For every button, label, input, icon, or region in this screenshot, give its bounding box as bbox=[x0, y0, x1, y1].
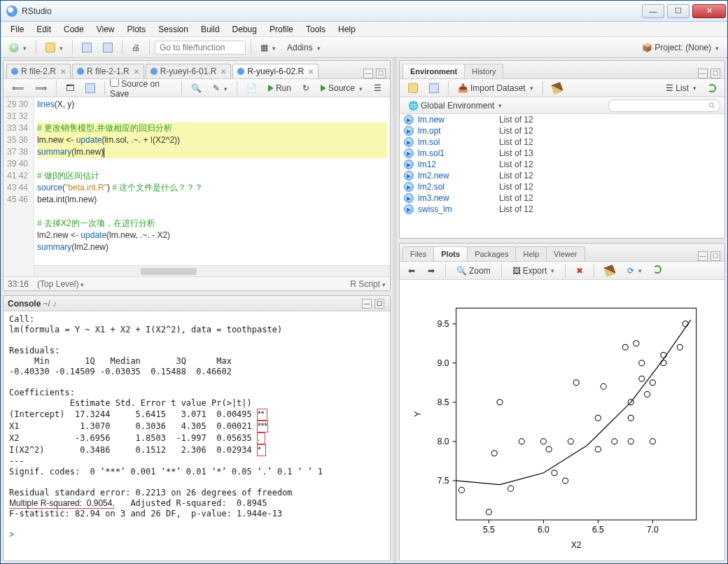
env-item[interactable]: ▶lm.sol1List of 13 bbox=[400, 148, 724, 159]
menu-edit[interactable]: Edit bbox=[31, 23, 57, 36]
env-item[interactable]: ▶lm3.newList of 12 bbox=[400, 192, 724, 204]
svg-text:7.5: 7.5 bbox=[438, 476, 449, 486]
environment-scope-bar: 🌐 Global Environment bbox=[400, 97, 724, 114]
refresh-env-button[interactable] bbox=[704, 82, 720, 94]
tab-history[interactable]: History bbox=[464, 64, 503, 78]
goto-file-input[interactable] bbox=[155, 41, 246, 55]
svg-point-26 bbox=[519, 439, 524, 444]
minimize-env-icon[interactable]: — bbox=[698, 69, 708, 78]
save-workspace-button[interactable] bbox=[425, 81, 443, 95]
open-file-button[interactable] bbox=[41, 41, 67, 55]
env-filter-input[interactable] bbox=[608, 99, 720, 112]
close-tab-icon[interactable]: ✕ bbox=[134, 68, 139, 76]
data-icon: ▶ bbox=[404, 126, 414, 136]
menu-tools[interactable]: Tools bbox=[300, 23, 331, 36]
svg-text:5.5: 5.5 bbox=[483, 525, 495, 535]
tab-files[interactable]: Files bbox=[402, 246, 434, 261]
env-item[interactable]: ▶lm2.newList of 12 bbox=[400, 170, 724, 181]
project-menu[interactable]: 📦 Project: (None) bbox=[638, 41, 723, 55]
compile-report-button[interactable]: 📄 bbox=[242, 81, 261, 95]
console-output[interactable]: Call: lm(formula = Y ~ X1 + X2 + I(X2^2)… bbox=[4, 311, 390, 561]
load-workspace-button[interactable] bbox=[404, 81, 422, 95]
clear-plots-button[interactable] bbox=[601, 264, 619, 278]
workspace-panes-button[interactable]: ▦ bbox=[256, 41, 280, 55]
source-tab[interactable]: R file-2.R✕ bbox=[6, 64, 71, 78]
tab-environment[interactable]: Environment bbox=[402, 64, 465, 78]
save-all-button[interactable] bbox=[99, 41, 117, 55]
env-item[interactable]: ▶lm2.solList of 12 bbox=[400, 181, 724, 192]
menu-debug[interactable]: Debug bbox=[227, 23, 262, 36]
env-item[interactable]: ▶lm12List of 12 bbox=[400, 159, 724, 170]
minimize-plots-icon[interactable]: — bbox=[698, 251, 708, 261]
menu-view[interactable]: View bbox=[91, 23, 120, 36]
filetype-selector[interactable]: R Script bbox=[350, 279, 386, 289]
env-scope-selector[interactable]: 🌐 Global Environment bbox=[404, 99, 506, 113]
save-button[interactable] bbox=[78, 41, 96, 55]
print-button[interactable]: 🖨 bbox=[127, 41, 144, 55]
scope-selector[interactable]: (Top Level) bbox=[37, 279, 84, 289]
tab-plots[interactable]: Plots bbox=[433, 246, 468, 261]
source-on-save-checkbox[interactable]: Source on Save bbox=[110, 78, 176, 99]
svg-text:7.0: 7.0 bbox=[647, 525, 659, 535]
back-button[interactable]: ⟸ bbox=[8, 81, 28, 95]
env-item[interactable]: ▶lm.newList of 12 bbox=[400, 114, 724, 125]
console-path: ~/ bbox=[43, 299, 50, 309]
zoom-button[interactable]: 🔍 Zoom bbox=[452, 264, 495, 278]
prev-plot-button[interactable]: ⬅ bbox=[404, 264, 419, 278]
remove-plot-button[interactable]: ✖ bbox=[572, 264, 587, 278]
env-item[interactable]: ▶lm.optList of 12 bbox=[400, 125, 724, 136]
find-button[interactable]: 🔍 bbox=[187, 81, 206, 95]
env-item[interactable]: ▶lm.solList of 12 bbox=[400, 136, 724, 148]
close-tab-icon[interactable]: ✕ bbox=[220, 68, 226, 76]
source-tab[interactable]: R file-2-1.R✕ bbox=[72, 64, 144, 78]
import-dataset-button[interactable]: 📥 Import Dataset bbox=[454, 81, 538, 95]
menu-profile[interactable]: Profile bbox=[264, 23, 299, 36]
close-tab-icon[interactable]: ✕ bbox=[308, 68, 314, 76]
next-plot-button[interactable]: ➡ bbox=[424, 264, 439, 278]
svg-point-32 bbox=[573, 380, 579, 386]
export-button[interactable]: 🖼 Export bbox=[508, 264, 559, 278]
menu-code[interactable]: Code bbox=[58, 23, 90, 36]
code-editor[interactable]: 29 30 31 32 33 34 35 36 37 38 39 40 41 4… bbox=[4, 97, 390, 276]
menu-plots[interactable]: Plots bbox=[122, 23, 152, 36]
source-button[interactable]: Source bbox=[316, 81, 367, 95]
close-button[interactable]: ✕ bbox=[692, 4, 726, 18]
menu-build[interactable]: Build bbox=[195, 23, 225, 36]
maximize-env-icon[interactable]: ☐ bbox=[710, 69, 720, 78]
minimize-console-icon[interactable]: — bbox=[362, 299, 372, 309]
maximize-plots-icon[interactable]: ☐ bbox=[710, 251, 720, 261]
refresh-plot-button[interactable] bbox=[649, 263, 666, 276]
outline-button[interactable]: ☰ bbox=[370, 81, 386, 95]
menu-file[interactable]: File bbox=[5, 23, 29, 36]
minimize-pane-icon[interactable]: — bbox=[363, 69, 373, 78]
source-tab[interactable]: R-yueyi-6-01.R✕ bbox=[146, 64, 232, 78]
maximize-pane-icon[interactable]: ☐ bbox=[376, 69, 386, 78]
view-mode-selector[interactable]: ☰ List bbox=[662, 81, 701, 95]
menu-help[interactable]: Help bbox=[332, 23, 361, 36]
environment-list[interactable]: ▶lm.newList of 12▶lm.optList of 12▶lm.so… bbox=[400, 114, 724, 238]
addins-button[interactable]: Addins bbox=[283, 41, 325, 55]
tab-help[interactable]: Help bbox=[515, 246, 547, 261]
menu-session[interactable]: Session bbox=[153, 23, 194, 36]
publish-button[interactable]: ⟳ bbox=[623, 264, 646, 278]
maximize-console-icon[interactable]: ☐ bbox=[374, 299, 384, 309]
tab-viewer[interactable]: Viewer bbox=[546, 246, 584, 261]
forward-button[interactable]: ⟹ bbox=[31, 81, 51, 95]
show-in-new-window-button[interactable]: 🗔 bbox=[62, 81, 78, 95]
new-file-button[interactable] bbox=[5, 41, 31, 55]
code-tools-button[interactable]: ✎ bbox=[209, 81, 232, 95]
save-source-button[interactable] bbox=[81, 81, 99, 95]
clear-env-button[interactable] bbox=[548, 81, 566, 95]
run-button[interactable]: Run bbox=[264, 81, 295, 95]
content-area: R file-2.R✕R file-2-1.R✕R-yueyi-6-01.R✕R… bbox=[1, 58, 727, 563]
console-pane: Console ~/ ♪ — ☐ Call: lm(formula = Y ~ … bbox=[3, 295, 391, 561]
maximize-button[interactable]: ☐ bbox=[667, 4, 690, 18]
source-tab[interactable]: R-yueyi-6-02.R✕ bbox=[232, 64, 318, 78]
tab-packages[interactable]: Packages bbox=[467, 246, 516, 261]
horizontal-scrollbar[interactable] bbox=[34, 265, 390, 276]
close-tab-icon[interactable]: ✕ bbox=[60, 68, 66, 76]
env-item[interactable]: ▶swiss_lmList of 12 bbox=[400, 204, 724, 215]
titlebar: RStudio — ☐ ✕ bbox=[1, 1, 727, 22]
rerun-button[interactable]: ↻ bbox=[298, 81, 314, 95]
minimize-button[interactable]: — bbox=[642, 4, 664, 18]
